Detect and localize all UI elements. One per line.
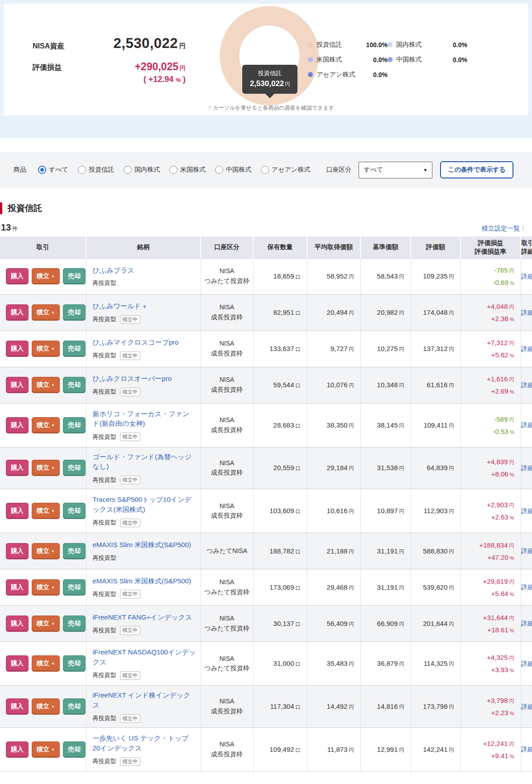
avg-cost-cell: 35,483円 <box>307 642 360 686</box>
buy-button[interactable]: 購入 <box>6 655 29 672</box>
sell-button[interactable]: 売却 <box>63 503 86 519</box>
buy-button[interactable]: 購入 <box>6 543 29 559</box>
summary-area: NISA資産 2,530,022円 評価損益 +290,025円 ( +12.9… <box>0 0 532 138</box>
product-radio-国内株式[interactable]: 国内株式 <box>124 166 160 174</box>
buy-button[interactable]: 購入 <box>6 268 29 284</box>
pl-pct-value: -0.69 <box>493 279 508 286</box>
fund-name-link[interactable]: iFreeNEXT FANG+インデックス <box>93 612 192 622</box>
fund-name-cell: ひふみマイクロスコープpro再投資型積立中 <box>86 331 201 367</box>
detail-link[interactable]: 詳細 <box>521 547 532 554</box>
buy-button[interactable]: 購入 <box>6 417 29 433</box>
sell-button[interactable]: 売却 <box>63 616 86 632</box>
fund-name-link[interactable]: iFreeNEXT NASDAQ100インデックス <box>93 647 196 667</box>
chevron-down-icon: ▼ <box>51 622 55 626</box>
tsumitate-button[interactable]: 積立▼ <box>32 268 60 284</box>
tsumitate-button[interactable]: 積立▼ <box>32 543 60 559</box>
buy-button[interactable]: 購入 <box>6 341 29 357</box>
tsumitate-button[interactable]: 積立▼ <box>32 460 60 476</box>
detail-link[interactable]: 詳細 <box>521 703 532 710</box>
detail-link[interactable]: 詳細 <box>521 583 532 591</box>
detail-link[interactable]: 詳細 <box>521 464 532 471</box>
fund-name-link[interactable]: eMAXIS Slim 米国株式(S&P500) <box>93 576 192 586</box>
detail-link[interactable]: 詳細 <box>521 273 532 280</box>
pl-value: -765 <box>494 266 508 274</box>
sell-button[interactable]: 売却 <box>63 341 86 357</box>
account-type-cell: NISA成長投資枠 <box>201 489 253 533</box>
pl-amount: +31,644円 <box>461 611 514 624</box>
fund-name-link[interactable]: ゴールド・ファンド(為替ヘッジなし) <box>93 452 196 472</box>
buy-button[interactable]: 購入 <box>6 616 29 632</box>
tsumitate-settings-link[interactable]: 積立設定一覧〉 <box>482 225 527 233</box>
trade-buttons: 購入積立▼売却 <box>6 616 86 632</box>
tsumitate-button[interactable]: 積立▼ <box>32 417 60 433</box>
fund-subinfo: 再投資型積立中 <box>93 315 196 324</box>
detail-link[interactable]: 詳細 <box>521 309 532 316</box>
cell-value: 61,616 <box>427 381 448 389</box>
fund-name-link[interactable]: ひふみマイクロスコープpro <box>93 337 179 347</box>
detail-link[interactable]: 詳細 <box>521 746 532 753</box>
tsumitate-button[interactable]: 積立▼ <box>32 304 60 321</box>
tsumitate-button[interactable]: 積立▼ <box>32 377 60 393</box>
tsumitate-button[interactable]: 積立▼ <box>32 655 60 672</box>
tsumitate-button[interactable]: 積立▼ <box>32 741 60 758</box>
sell-button[interactable]: 売却 <box>63 417 86 433</box>
chevron-down-icon: ▼ <box>51 347 55 351</box>
sell-button[interactable]: 売却 <box>63 698 86 715</box>
legend-value: 100.0% <box>364 41 388 48</box>
pl-pct-value: +9.41 <box>491 752 508 760</box>
buy-button[interactable]: 購入 <box>6 741 29 758</box>
account-type-select[interactable]: すべて ▼ <box>359 162 432 178</box>
buy-button[interactable]: 購入 <box>6 579 29 596</box>
cell-value: 31,191 <box>377 547 398 555</box>
fund-name-link[interactable]: eMAXIS Slim 米国株式(S&P500) <box>93 540 192 550</box>
sell-button[interactable]: 売却 <box>63 268 86 284</box>
product-radio-すべて[interactable]: すべて <box>38 166 68 174</box>
detail-link[interactable]: 詳細 <box>521 345 532 352</box>
fund-name-link[interactable]: 新ホリコ・フォーカス・ファンド(新自由の女神) <box>93 409 196 429</box>
fund-subinfo: 再投資型積立中 <box>93 757 196 766</box>
cell-unit: 円 <box>449 274 454 279</box>
detail-link[interactable]: 詳細 <box>521 381 532 389</box>
sell-button[interactable]: 売却 <box>63 543 86 559</box>
cell-value: 188,782 <box>269 547 294 555</box>
buy-button[interactable]: 購入 <box>6 304 29 321</box>
fund-name-link[interactable]: 一歩先いく US テック・トップ20インデックス <box>93 733 196 753</box>
buy-button[interactable]: 購入 <box>6 377 29 393</box>
product-radio-中国株式[interactable]: 中国株式 <box>215 166 251 174</box>
product-radio-アセアン株式[interactable]: アセアン株式 <box>261 166 310 174</box>
detail-link[interactable]: 詳細 <box>521 421 532 428</box>
detail-link[interactable]: 詳細 <box>521 620 532 627</box>
tsumitate-button[interactable]: 積立▼ <box>32 503 60 519</box>
chevron-down-icon: ▼ <box>51 466 55 470</box>
detail-link[interactable]: 詳細 <box>521 660 532 667</box>
sell-button[interactable]: 売却 <box>63 655 86 672</box>
fund-name-link[interactable]: iFreeNEXT インド株インデックス <box>93 690 196 710</box>
product-radio-投資信託[interactable]: 投資信託 <box>78 166 114 174</box>
tsumitate-button[interactable]: 積立▼ <box>32 698 60 715</box>
buy-button[interactable]: 購入 <box>6 503 29 519</box>
cell-value: 12,991 <box>377 746 398 753</box>
tsumitate-button[interactable]: 積立▼ <box>32 579 60 596</box>
fund-name-link[interactable]: ひふみプラス <box>93 265 134 275</box>
cell-unit: 円 <box>449 585 454 591</box>
fund-name-link[interactable]: Tracers S&P500トップ10インデックス(米国株式) <box>93 495 196 515</box>
detail-link[interactable]: 詳細 <box>521 507 532 515</box>
buy-button[interactable]: 購入 <box>6 698 29 715</box>
apply-filter-button[interactable]: この条件で表示する <box>440 161 513 178</box>
pl-value: +7,312 <box>487 339 508 346</box>
cell-value: 20,494 <box>327 308 348 316</box>
column-header: 保有数量 <box>253 236 307 258</box>
fund-name-link[interactable]: ひふみクロスオーバーpro <box>93 374 172 384</box>
sell-button[interactable]: 売却 <box>63 741 86 758</box>
buy-button[interactable]: 購入 <box>6 460 29 476</box>
sell-button[interactable]: 売却 <box>63 304 86 321</box>
sell-button[interactable]: 売却 <box>63 579 86 596</box>
radio-icon <box>169 166 177 174</box>
pl-amount: +3,798円 <box>461 694 514 707</box>
product-radio-米国株式[interactable]: 米国株式 <box>169 166 206 174</box>
sell-button[interactable]: 売却 <box>63 377 86 393</box>
tsumitate-button[interactable]: 積立▼ <box>32 341 60 357</box>
fund-name-link[interactable]: ひふみワールド＋ <box>93 301 148 311</box>
sell-button[interactable]: 売却 <box>63 460 86 476</box>
tsumitate-button[interactable]: 積立▼ <box>32 616 60 632</box>
